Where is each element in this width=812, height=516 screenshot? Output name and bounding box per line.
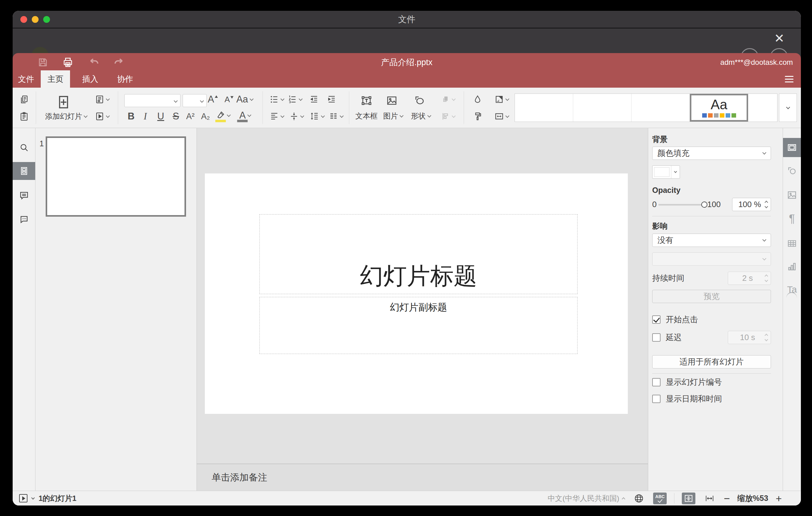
search-icon[interactable]	[13, 139, 35, 156]
theme-tile[interactable]	[632, 94, 690, 122]
theme-tile[interactable]	[573, 94, 632, 122]
decrease-indent-icon[interactable]	[310, 95, 319, 104]
strikethrough-icon[interactable]: S	[173, 111, 179, 122]
increase-font-icon[interactable]: A	[208, 94, 218, 105]
slides-panel-icon[interactable]	[13, 162, 35, 180]
columns-icon[interactable]	[329, 112, 343, 121]
start-slideshow-icon[interactable]	[95, 112, 109, 121]
tab-file[interactable]: 文件	[13, 70, 41, 88]
font-name-select[interactable]	[124, 94, 180, 107]
color-dropdown-icon[interactable]	[671, 166, 680, 178]
theme-tile[interactable]	[748, 94, 777, 122]
fit-to-width-icon[interactable]	[703, 492, 716, 504]
close-traffic-icon[interactable]	[20, 16, 27, 23]
insert-shape-icon[interactable]	[414, 95, 425, 106]
italic-icon[interactable]: I	[144, 111, 147, 122]
opacity-spinner[interactable]: 100 %	[732, 198, 771, 211]
insert-shape-button[interactable]: 形状	[411, 111, 431, 121]
paragraph-settings-icon[interactable]: ¶	[783, 209, 801, 228]
textart-settings-icon[interactable]: Ta	[783, 280, 801, 299]
superscript-icon[interactable]: A²	[186, 112, 195, 121]
show-slide-number-checkbox[interactable]	[652, 378, 661, 386]
opacity-slider-knob[interactable]	[701, 202, 707, 208]
title-placeholder[interactable]: 幻灯片标题	[259, 214, 578, 294]
start-slideshow-status-icon[interactable]	[19, 494, 27, 503]
add-slide-button[interactable]: 添加幻灯片	[45, 111, 87, 121]
start-on-click-checkbox[interactable]	[652, 315, 661, 324]
close-editor-button[interactable]: ✕	[770, 29, 788, 48]
save-icon[interactable]	[37, 56, 49, 68]
change-case-icon[interactable]: Aa	[236, 94, 253, 105]
slide-layout-icon[interactable]	[95, 95, 109, 104]
show-date-time-checkbox[interactable]	[652, 395, 661, 403]
fit-to-slide-icon[interactable]	[682, 492, 695, 504]
slide-canvas[interactable]: 幻灯片标题 幻灯片副标题	[205, 173, 628, 414]
decrease-font-icon[interactable]: A	[225, 95, 234, 104]
user-email: adm***@dootask.com	[720, 53, 793, 70]
delay-checkbox[interactable]	[652, 333, 661, 342]
apply-to-all-button[interactable]: 适用于所有幻灯片	[652, 355, 771, 369]
vertical-align-icon[interactable]	[289, 112, 303, 121]
add-slide-icon[interactable]	[57, 95, 70, 109]
insert-textbox-button[interactable]: 文本框	[355, 111, 378, 121]
clear-style-icon[interactable]	[473, 95, 482, 104]
highlight-color-icon[interactable]	[216, 111, 230, 120]
shape-settings-icon[interactable]	[783, 162, 801, 180]
paste-icon[interactable]	[20, 112, 29, 121]
copy-icon[interactable]	[20, 95, 29, 104]
notes-area[interactable]: 单击添加备注	[197, 463, 648, 491]
spellcheck-icon[interactable]: ABC	[653, 492, 667, 504]
slideshow-options-icon[interactable]	[31, 496, 34, 499]
effect-select[interactable]: 没有	[652, 234, 771, 247]
zoom-out-icon[interactable]: −	[724, 493, 730, 504]
slide-size-icon[interactable]	[495, 112, 509, 121]
underline-icon[interactable]: U	[157, 111, 164, 122]
view-settings-icon[interactable]	[785, 75, 793, 83]
delay-spinner: 10 s	[728, 331, 771, 344]
line-spacing-icon[interactable]	[310, 112, 324, 121]
maximize-traffic-icon[interactable]	[43, 16, 50, 23]
theme-tile-selected[interactable]: Aa	[690, 94, 748, 122]
increase-indent-icon[interactable]	[327, 95, 336, 104]
font-size-select[interactable]	[183, 94, 207, 107]
comments-icon[interactable]	[13, 187, 35, 204]
subscript-icon[interactable]: A₂	[201, 112, 210, 121]
document-language-icon[interactable]	[632, 492, 646, 504]
theme-color-strip	[702, 113, 736, 118]
chart-settings-icon[interactable]	[783, 257, 801, 276]
tab-insert[interactable]: 插入	[76, 70, 105, 88]
theme-tile[interactable]	[515, 94, 573, 122]
language-select[interactable]: 中文(中华人民共和国)	[548, 493, 625, 503]
tab-collaboration[interactable]: 协作	[111, 70, 140, 88]
bold-icon[interactable]: B	[128, 111, 135, 122]
insert-image-button[interactable]: 图片	[383, 111, 403, 121]
tab-home[interactable]: 主页	[41, 70, 70, 88]
arrange-shape-icon[interactable]	[441, 95, 455, 104]
show-slide-number-label: 显示幻灯片编号	[666, 377, 722, 388]
redo-icon[interactable]	[113, 56, 125, 68]
font-color-icon[interactable]: A	[239, 110, 251, 121]
zoom-in-icon[interactable]: +	[776, 493, 782, 504]
chat-icon[interactable]	[13, 210, 35, 228]
subtitle-placeholder[interactable]: 幻灯片副标题	[259, 297, 578, 354]
fill-type-select[interactable]: 颜色填充	[652, 147, 771, 160]
align-shape-icon[interactable]	[441, 112, 455, 121]
bullet-list-icon[interactable]	[270, 95, 284, 104]
slide-settings-icon[interactable]	[783, 138, 801, 157]
opacity-slider[interactable]	[658, 202, 705, 208]
fill-color-icon[interactable]	[495, 95, 509, 104]
table-settings-icon[interactable]	[783, 234, 801, 253]
fill-color-swatch[interactable]	[652, 165, 680, 179]
slide-thumbnail[interactable]	[46, 136, 186, 217]
insert-image-icon[interactable]	[386, 95, 397, 106]
minimize-traffic-icon[interactable]	[32, 16, 38, 23]
numbered-list-icon[interactable]	[288, 95, 302, 104]
copy-style-icon[interactable]	[473, 112, 482, 121]
horizontal-align-icon[interactable]	[270, 112, 284, 121]
color-well	[654, 167, 669, 177]
image-settings-icon[interactable]	[783, 185, 801, 205]
textbox-icon[interactable]	[361, 95, 372, 106]
theme-gallery-expand-icon[interactable]	[779, 93, 797, 122]
undo-icon[interactable]	[88, 56, 100, 68]
print-icon[interactable]	[62, 56, 74, 68]
